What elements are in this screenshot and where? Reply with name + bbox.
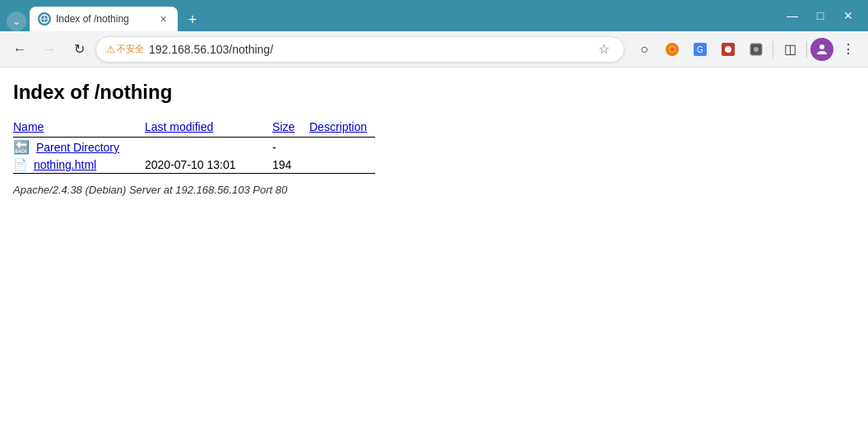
profile-icon[interactable] [810, 38, 833, 61]
extension-icon-1[interactable]: ○ [631, 36, 657, 63]
bookmark-button[interactable]: ☆ [594, 40, 614, 59]
parent-dir-cell: 🔙 Parent Directory [13, 138, 145, 157]
forward-button[interactable]: → [36, 36, 63, 63]
maximize-button[interactable]: □ [807, 2, 833, 29]
file-name-cell: 📄 nothing.html [13, 156, 145, 174]
svg-point-12 [819, 44, 824, 49]
tab-title-text: Index of /nothing [56, 13, 151, 25]
table-header-row: Name Last modified Size Description [13, 117, 375, 138]
svg-text:G: G [697, 45, 703, 54]
sort-by-description-link[interactable]: Description [309, 120, 367, 133]
firefox-icon[interactable] [659, 36, 685, 63]
col-name-header: Name [13, 117, 145, 138]
parent-dir-desc [309, 138, 375, 157]
server-info: Apache/2.4.38 (Debian) Server at 192.168… [13, 184, 855, 196]
parent-dir-icon: 🔙 [13, 139, 30, 155]
table-row: 🔙 Parent Directory - [13, 138, 375, 157]
file-link[interactable]: nothing.html [34, 158, 96, 171]
toolbar-icons: ○ G [631, 36, 861, 63]
extension-icon-3[interactable] [715, 36, 741, 63]
parent-dir-size: - [272, 138, 309, 157]
title-bar: ⌄ Index of /nothing ✕ + — □ ✕ [0, 0, 868, 31]
file-modified: 2020-07-10 13:01 [145, 156, 272, 174]
refresh-button[interactable]: ↻ [66, 36, 92, 63]
extension-icon-4[interactable] [743, 36, 769, 63]
sort-by-modified-link[interactable]: Last modified [145, 120, 213, 133]
toolbar-separator-2 [806, 41, 807, 58]
active-tab[interactable]: Index of /nothing ✕ [30, 7, 178, 31]
minimize-button[interactable]: — [779, 2, 805, 29]
tab-history-button[interactable]: ⌄ [7, 12, 26, 31]
col-size-header: Size [272, 117, 309, 138]
split-view-button[interactable]: ◫ [777, 36, 803, 63]
security-text: 不安全 [117, 43, 144, 55]
table-row: 📄 nothing.html 2020-07-10 13:01 194 [13, 156, 375, 174]
close-button[interactable]: ✕ [835, 2, 861, 29]
sort-by-name-link[interactable]: Name [13, 120, 44, 133]
file-listing-table: Name Last modified Size Description [13, 117, 375, 174]
security-icon: ⚠ 不安全 [106, 43, 144, 55]
file-icon: 📄 [13, 158, 27, 171]
svg-point-5 [671, 48, 674, 51]
sort-by-size-link[interactable]: Size [272, 120, 295, 133]
warning-triangle-icon: ⚠ [106, 44, 115, 55]
col-description-header: Description [309, 117, 375, 138]
toolbar-separator [773, 41, 773, 58]
file-size: 194 [272, 156, 309, 174]
svg-point-9 [725, 46, 731, 53]
file-desc [309, 156, 375, 174]
browser-window: ⌄ Index of /nothing ✕ + — □ ✕ ← → [0, 0, 868, 434]
parent-directory-link[interactable]: Parent Directory [36, 141, 119, 154]
page-title: Index of /nothing [13, 81, 855, 104]
back-button[interactable]: ← [7, 36, 33, 63]
tab-favicon [38, 12, 51, 26]
address-text[interactable]: 192.168.56.103/nothing/ [149, 43, 589, 56]
svg-point-11 [754, 47, 759, 52]
col-modified-header: Last modified [145, 117, 272, 138]
parent-dir-modified [145, 138, 272, 157]
window-controls: — □ ✕ [779, 2, 861, 29]
extension-icon-2[interactable]: G [687, 36, 713, 63]
address-bar[interactable]: ⚠ 不安全 192.168.56.103/nothing/ ☆ [95, 36, 624, 63]
menu-button[interactable]: ⋮ [835, 36, 861, 63]
tab-bar: ⌄ Index of /nothing ✕ + [7, 0, 776, 31]
nav-bar: ← → ↻ ⚠ 不安全 192.168.56.103/nothing/ ☆ ○ [0, 31, 868, 68]
page-content: Index of /nothing Name Last modified Siz… [0, 68, 868, 434]
tab-close-button[interactable]: ✕ [156, 12, 169, 26]
new-tab-button[interactable]: + [181, 8, 204, 31]
